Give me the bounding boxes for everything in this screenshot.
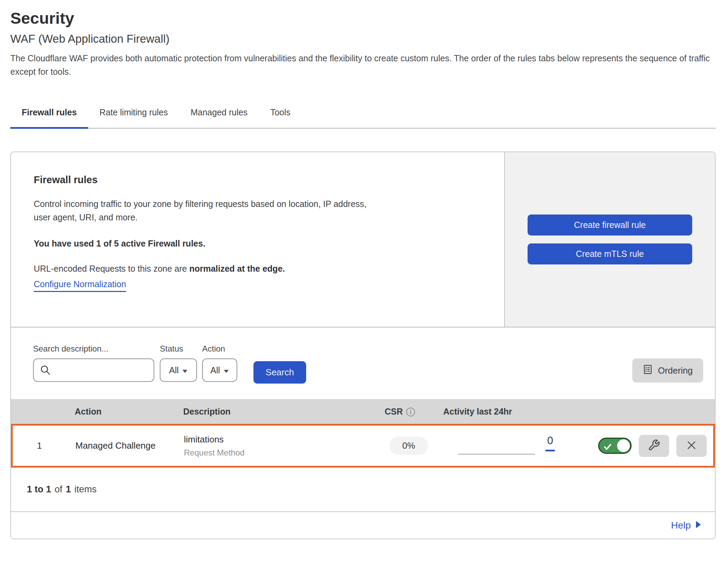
toggle-knob [617, 439, 630, 452]
info-icon[interactable] [406, 407, 415, 417]
activity-sparkline [458, 454, 535, 455]
help-link[interactable]: Help [671, 520, 701, 531]
actions-panel: Create firewall rule Create mTLS rule [504, 152, 715, 327]
rule-expression: Request Method [184, 448, 379, 458]
rule-name[interactable]: limitations [184, 434, 379, 445]
action-filter-group: Action All [197, 344, 237, 382]
action-label: Action [202, 344, 237, 354]
security-waf-page: Security WAF (Web Application Firewall) … [0, 0, 728, 564]
rule-enabled-toggle[interactable] [598, 438, 632, 454]
column-header-csr: CSR [378, 407, 443, 417]
column-header-description: Description [178, 407, 378, 417]
help-row: Help [11, 511, 715, 539]
ordering-button-label: Ordering [658, 365, 693, 376]
waf-tabbar: Firewall rules Rate limiting rules Manag… [10, 103, 716, 129]
table-footer: 1 to 1 of 1 items [11, 468, 715, 511]
search-icon [40, 365, 51, 376]
footer-range: 1 to 1 [27, 484, 51, 495]
normalization-prefix: URL-encoded Requests to this zone are [34, 264, 189, 273]
help-link-label: Help [671, 520, 691, 531]
page-title: Security [10, 9, 716, 28]
table-header: Action Description CSR Activity last 24h… [11, 399, 715, 424]
ordering-button[interactable]: Ordering [632, 358, 703, 383]
create-firewall-rule-button[interactable]: Create firewall rule [528, 215, 692, 236]
status-label: Status [160, 344, 197, 354]
usage-summary: You have used 1 of 5 active Firewall rul… [34, 239, 483, 249]
edit-rule-button[interactable] [639, 435, 669, 457]
page-subtitle: WAF (Web Application Firewall) [10, 32, 716, 46]
tab-firewall-rules[interactable]: Firewall rules [10, 103, 88, 128]
tab-managed-rules[interactable]: Managed rules [179, 103, 259, 128]
table-row: 1 Managed Challenge limitations Request … [11, 424, 715, 468]
search-input[interactable] [33, 358, 154, 382]
card-top-section: Firewall rules Control incoming traffic … [11, 152, 715, 327]
tab-tools[interactable]: Tools [259, 103, 302, 128]
chevron-down-icon [223, 365, 229, 375]
action-dropdown-value: All [210, 365, 220, 375]
filter-row: Search description... Status All Action [11, 327, 715, 399]
card-description: Control incoming traffic to your zone by… [34, 197, 368, 224]
csr-header-label: CSR [385, 407, 403, 417]
search-wrap [33, 358, 154, 382]
column-header-activity: Activity last 24hr [443, 407, 591, 417]
configure-normalization-link[interactable]: Configure Normalization [34, 279, 126, 292]
page-description: The Cloudflare WAF provides both automat… [10, 52, 716, 79]
row-activity: 0 [445, 426, 593, 466]
column-header-action: Action [64, 407, 178, 417]
search-button[interactable]: Search [253, 361, 306, 384]
row-description: limitations Request Method [180, 434, 379, 458]
footer-items: items [74, 484, 97, 495]
check-icon [604, 443, 612, 451]
chevron-down-icon [182, 365, 188, 375]
row-index: 1 [13, 440, 66, 451]
footer-of: of [55, 484, 63, 495]
wrench-icon [648, 439, 660, 452]
tab-rate-limiting-rules[interactable]: Rate limiting rules [88, 103, 179, 128]
row-controls [593, 435, 713, 457]
status-filter-group: Status All [154, 344, 197, 382]
delete-rule-button[interactable] [676, 435, 707, 457]
firewall-rules-info: Firewall rules Control incoming traffic … [11, 152, 504, 327]
action-dropdown[interactable]: All [202, 358, 237, 382]
status-dropdown-value: All [169, 365, 179, 375]
status-dropdown[interactable]: All [160, 358, 197, 382]
csr-badge: 0% [389, 437, 428, 455]
arrow-right-icon [695, 520, 701, 531]
activity-count-link[interactable]: 0 [545, 435, 555, 451]
search-label: Search description... [33, 344, 154, 354]
normalization-bold: normalized at the edge. [189, 264, 285, 273]
list-icon [643, 364, 653, 377]
footer-total: 1 [66, 484, 71, 495]
close-icon [686, 439, 697, 452]
create-mtls-rule-button[interactable]: Create mTLS rule [528, 243, 692, 264]
row-action: Managed Challenge [66, 440, 180, 451]
search-group: Search description... [33, 344, 154, 382]
row-csr: 0% [379, 437, 445, 455]
card-heading: Firewall rules [34, 174, 483, 186]
normalization-note: URL-encoded Requests to this zone are no… [34, 264, 483, 274]
firewall-rules-card: Firewall rules Control incoming traffic … [10, 152, 716, 539]
